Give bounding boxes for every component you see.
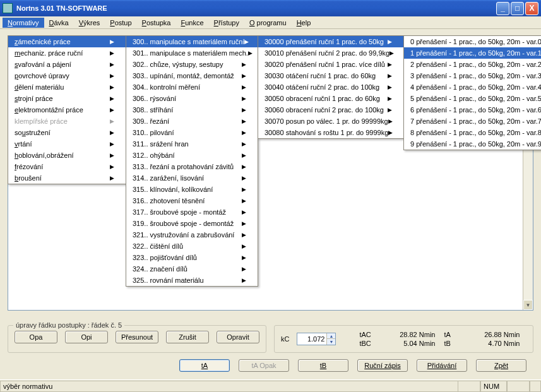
menu-item[interactable]: 3 přenášení - 1 prac., do 50kg, 20m - va…: [404, 70, 541, 81]
menu-normativy[interactable]: Normativy: [3, 18, 44, 28]
menu-postupka[interactable]: Postupka: [137, 18, 176, 28]
presunout-button[interactable]: Přesunout: [116, 331, 158, 343]
menu-item[interactable]: 309.. řezání▶: [126, 116, 258, 127]
menu-item[interactable]: dělení materiálu▶: [8, 81, 126, 93]
menu-item[interactable]: 310.. pilování▶: [126, 127, 258, 138]
bottom-controls: úpravy řádku postupky : řádek č. 5 Opa O…: [8, 325, 533, 372]
close-button[interactable]: X: [525, 2, 538, 15]
menu-item[interactable]: svařování a pájení▶: [8, 59, 126, 70]
menu-item[interactable]: hoblování,obrážení▶: [8, 150, 126, 161]
menu-item[interactable]: 7 přenášení - 1 prac., do 50kg, 20m - va…: [404, 116, 541, 127]
menu-item[interactable]: 303.. upínání, montáž, demontáž▶: [126, 70, 258, 81]
menu-item[interactable]: mechaniz. práce ruční▶: [8, 47, 126, 59]
app-icon: [3, 3, 13, 13]
menu-item[interactable]: soustružení▶: [8, 127, 126, 138]
menu-item[interactable]: elektromontážní práce▶: [8, 104, 126, 116]
menu-item[interactable]: 315.. klínování, kolíkování▶: [126, 184, 258, 195]
statusbar: výběr normativu NUM: [0, 379, 541, 392]
titlebar: Nortns 3.01 TN-SOFTWARE _ □ X: [0, 0, 541, 16]
window-title: Nortns 3.01 TN-SOFTWARE: [16, 4, 495, 12]
menu-item[interactable]: 324.. značení dílů▶: [126, 263, 258, 275]
resize-grip[interactable]: [530, 381, 541, 392]
menu-item[interactable]: 301.. manipulace s materiálem mech.▶: [126, 47, 258, 59]
menu-help[interactable]: Help: [292, 18, 316, 28]
minimize-button[interactable]: _: [496, 2, 509, 15]
menu-item[interactable]: 0 přenášení - 1 prac., do 50kg, 20m - va…: [404, 36, 541, 47]
menu-item[interactable]: 30000 přenášení ruční 1 prac. do 50kg▶: [258, 36, 403, 47]
scroll-down-icon[interactable]: ▼: [523, 300, 533, 310]
kc-input[interactable]: [297, 335, 326, 343]
tac-label: tAC: [359, 331, 376, 338]
menu-dávka[interactable]: Dávka: [44, 18, 74, 28]
edit-row-group: úpravy řádku postupky : řádek č. 5 Opa O…: [8, 325, 266, 353]
menu-item[interactable]: broušení▶: [8, 172, 126, 184]
rucni-zapis-button[interactable]: Ruční zápis: [357, 359, 408, 372]
menu-item[interactable]: 30070 posun po válec. 1 pr. do 99999kg▶: [258, 116, 403, 127]
menu-item[interactable]: 316.. zhotovení těsnění▶: [126, 195, 258, 206]
menu-item[interactable]: 322.. čištění dílů▶: [126, 241, 258, 252]
menu-item[interactable]: 319.. šroubové spoje - demontáž▶: [126, 218, 258, 229]
menu-item[interactable]: 306.. rýsování▶: [126, 93, 258, 104]
menu-item[interactable]: 325.. rovnání materiálu▶: [126, 275, 258, 286]
menu-item[interactable]: 9 přenášení - 1 prac., do 50kg, 20m - va…: [404, 138, 541, 150]
pridavani-button[interactable]: Přidávání: [417, 359, 467, 372]
menu-item[interactable]: 317.. šroubové spoje - montáž▶: [126, 206, 258, 218]
kc-spinner[interactable]: ▲▼: [297, 333, 336, 345]
menu-item[interactable]: 321.. vystružování a zabrušování▶: [126, 229, 258, 241]
menu-item[interactable]: 300.. manipulace s materiálem ruční▶: [126, 36, 258, 47]
spinner-down-icon[interactable]: ▼: [327, 339, 335, 345]
menu-item[interactable]: 30010 přenášení ruční 2 prac. do 99,9kg▶: [258, 47, 403, 59]
menu-o programu[interactable]: O programu: [244, 18, 292, 28]
menu-item[interactable]: 30050 obracení ruční 1 prac. do 60kg▶: [258, 93, 403, 104]
menu-item[interactable]: 8 přenášení - 1 prac., do 50kg, 20m - va…: [404, 127, 541, 138]
tb-button[interactable]: tB: [298, 359, 348, 372]
ta-label: tA: [444, 331, 460, 338]
kc-label: kC: [281, 335, 289, 343]
ta-opak-button[interactable]: tA Opak: [239, 359, 289, 372]
menu-funkce[interactable]: Funkce: [175, 18, 208, 28]
tbc-label: tBC: [359, 340, 376, 347]
zrusit-button[interactable]: Zrušit: [166, 331, 209, 343]
menu-item[interactable]: 1 přenášení - 1 prac., do 50kg, 20m - va…: [404, 47, 541, 59]
menu-item[interactable]: frézování▶: [8, 161, 126, 172]
status-cell-1: [458, 381, 480, 392]
menu-item[interactable]: 2 přenášení - 1 prac., do 50kg, 20m - va…: [404, 59, 541, 70]
menu-přístupy[interactable]: Přístupy: [209, 18, 244, 28]
menu-item[interactable]: povrchové úpravy▶: [8, 70, 126, 81]
menu-item[interactable]: 30040 otáčení ruční 2 prac. do 100kg▶: [258, 81, 403, 93]
menu-item[interactable]: 314.. zarážení, lisování▶: [126, 172, 258, 184]
ta-button[interactable]: tA: [179, 359, 230, 372]
opa-button[interactable]: Opa: [15, 331, 57, 343]
group-legend: úpravy řádku postupky : řádek č. 5: [13, 321, 124, 329]
spinner-up-icon[interactable]: ▲: [327, 333, 335, 339]
menu-item[interactable]: zámečnické práce▶: [8, 36, 126, 47]
menu-item[interactable]: 30030 otáčení ruční 1 prac. do 60kg▶: [258, 70, 403, 81]
menu-item[interactable]: 30020 přenášení ruční 1 prac. více dílů▶: [258, 59, 403, 70]
stats-group: kC ▲▼ tAC 28.82 Nmin tA 26.88 Nmin tBC 5…: [274, 325, 533, 353]
opravit-button[interactable]: Opravit: [217, 331, 259, 343]
status-cell-2: [507, 381, 530, 392]
menu-výkres[interactable]: Výkres: [74, 18, 105, 28]
menu-item[interactable]: 30060 obracení ruční 2 prac. do 100kg▶: [258, 104, 403, 116]
menu-item[interactable]: 5 přenášení - 1 prac., do 50kg, 20m - va…: [404, 93, 541, 104]
menu-item[interactable]: 304.. kontrolní měření▶: [126, 81, 258, 93]
menu-item[interactable]: 312.. ohýbání▶: [126, 150, 258, 161]
opi-button[interactable]: Opi: [65, 331, 108, 343]
menu-item[interactable]: 4 přenášení - 1 prac., do 50kg, 20m - va…: [404, 81, 541, 93]
menu-item[interactable]: 311.. srážení hran▶: [126, 138, 258, 150]
tbc-value: 5.04 Nmin: [384, 340, 435, 347]
menu-item[interactable]: 30080 stahování s roštu 1 pr. do 9999kg▶: [258, 127, 403, 138]
menu-item[interactable]: strojní práce▶: [8, 93, 126, 104]
menu-item[interactable]: vrtání▶: [8, 138, 126, 150]
zpet-button[interactable]: Zpět: [476, 359, 526, 372]
menu-item[interactable]: 308.. stříhání▶: [126, 104, 258, 116]
menu-item[interactable]: 323.. pojišťování dílů▶: [126, 252, 258, 263]
menu-postup[interactable]: Postup: [105, 18, 136, 28]
menu-item[interactable]: 302.. chůze, výstupy, sestupy▶: [126, 59, 258, 70]
workarea: ▲ ▼ zámečnické práce▶mechaniz. práce ruč…: [0, 29, 541, 379]
main-panel: ▲ ▼ zámečnické práce▶mechaniz. práce ruč…: [8, 35, 533, 311]
maximize-button[interactable]: □: [511, 2, 524, 15]
status-num: NUM: [480, 381, 507, 392]
menu-item[interactable]: 6 přenášení - 1 prac., do 50kg, 20m - va…: [404, 104, 541, 116]
menu-item[interactable]: 313.. řezání a protahování závitů▶: [126, 161, 258, 172]
